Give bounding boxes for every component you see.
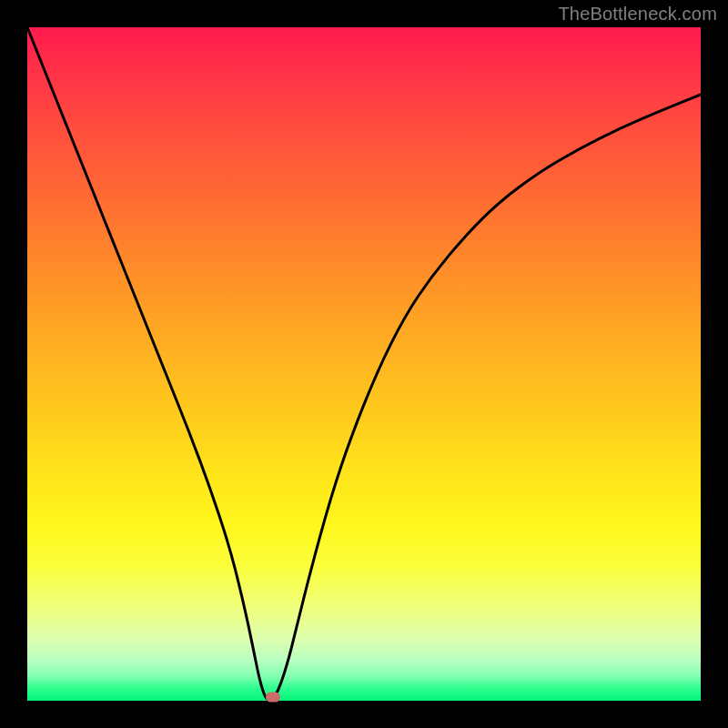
curve-svg — [27, 27, 701, 701]
bottleneck-curve-path — [27, 27, 701, 700]
chart-frame: TheBottleneck.com — [0, 0, 728, 728]
plot-area — [27, 27, 701, 701]
watermark-text: TheBottleneck.com — [558, 4, 717, 25]
bottleneck-marker — [266, 692, 280, 702]
